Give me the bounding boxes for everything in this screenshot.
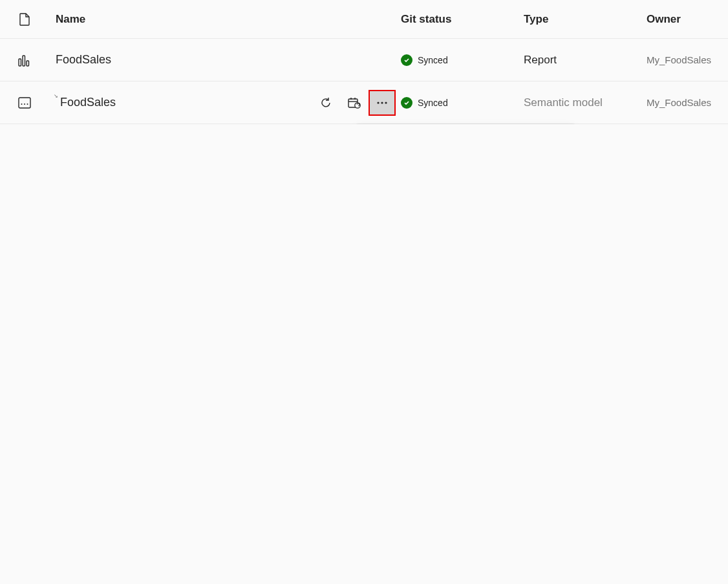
row-icon-cell <box>0 54 39 67</box>
svg-rect-0 <box>19 59 21 66</box>
owner-text[interactable]: My_FoodSales <box>647 97 711 108</box>
file-icon <box>19 13 30 26</box>
refresh-icon <box>320 97 332 109</box>
svg-point-4 <box>21 103 22 105</box>
column-header-row: Name Git status Type Owner <box>0 0 728 39</box>
header-name[interactable]: Name <box>56 13 85 26</box>
owner-text[interactable]: My_FoodSales <box>647 54 711 65</box>
table-row[interactable]: FoodSales Synced Report My_FoodSales <box>0 39 728 81</box>
more-options-button[interactable] <box>369 90 396 116</box>
synced-icon <box>401 97 412 109</box>
svg-point-6 <box>27 103 28 105</box>
svg-point-9 <box>377 102 379 103</box>
semantic-model-icon <box>18 97 31 109</box>
item-name[interactable]: FoodSales <box>56 53 111 67</box>
type-text: Semantic model <box>524 96 603 109</box>
type-text: Report <box>524 54 557 67</box>
report-icon <box>18 54 31 67</box>
svg-rect-2 <box>27 61 29 66</box>
refresh-button[interactable] <box>312 81 340 124</box>
git-status-text: Synced <box>418 55 448 65</box>
row-icon-cell <box>0 97 39 109</box>
synced-icon <box>401 54 412 66</box>
svg-point-5 <box>24 103 25 105</box>
linked-badge-icon: ↘ <box>54 93 58 99</box>
header-icon-col <box>0 13 39 26</box>
header-git-status[interactable]: Git status <box>401 13 451 26</box>
item-name[interactable]: FoodSales <box>60 96 116 109</box>
svg-point-10 <box>381 102 383 103</box>
ellipsis-icon <box>376 102 388 104</box>
svg-point-11 <box>385 102 387 103</box>
schedule-refresh-button[interactable] <box>340 81 369 124</box>
schedule-refresh-icon <box>348 97 361 109</box>
svg-rect-3 <box>19 98 30 108</box>
header-owner[interactable]: Owner <box>647 13 681 26</box>
svg-rect-1 <box>23 56 25 66</box>
header-type[interactable]: Type <box>524 13 548 26</box>
table-row[interactable]: ↘ FoodSales <box>0 81 728 124</box>
git-status-text: Synced <box>418 98 448 108</box>
